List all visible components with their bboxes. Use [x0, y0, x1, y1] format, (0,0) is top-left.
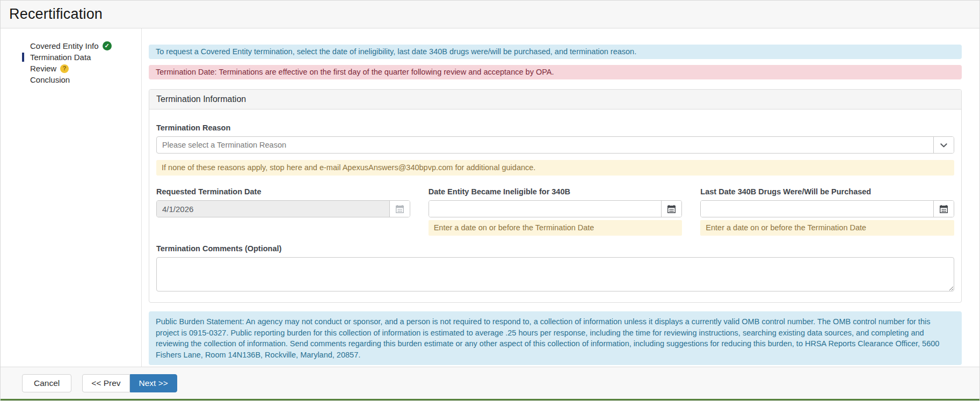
- sidebar-item-termination-data[interactable]: Termination Data: [1, 52, 141, 63]
- last-purchase-date-field: Last Date 340B Drugs Were/Will be Purcha…: [700, 187, 954, 236]
- last-purchase-date-input[interactable]: [701, 201, 933, 217]
- date-entity-ineligible-field: Date Entity Became Ineligible for 340B E…: [429, 187, 683, 236]
- footer-green-strip: [1, 399, 979, 400]
- termination-date-alert: Termination Date: Terminations are effec…: [149, 65, 962, 79]
- panel-body: Termination Reason Please select a Termi…: [149, 110, 961, 302]
- question-circle-icon: ?: [60, 64, 69, 73]
- panel-title: Termination Information: [149, 90, 961, 110]
- page-header: Recertification: [1, 1, 979, 28]
- reason-guidance-note: If none of these reasons apply, stop her…: [156, 160, 954, 176]
- sidebar-item-label: Conclusion: [30, 75, 70, 85]
- requested-termination-date-field: Requested Termination Date: [156, 187, 410, 236]
- wizard-steps-sidebar: Covered Entity Info ✓ Termination Data R…: [1, 28, 142, 367]
- date-entity-ineligible-label: Date Entity Became Ineligible for 340B: [429, 187, 683, 196]
- info-alert: To request a Covered Entity termination,…: [149, 45, 962, 59]
- check-circle-icon: ✓: [103, 41, 112, 50]
- calendar-icon[interactable]: [933, 201, 954, 217]
- chevron-down-icon[interactable]: [933, 137, 954, 153]
- public-burden-statement: Public Burden Statement: An agency may n…: [149, 311, 962, 365]
- sidebar-item-covered-entity-info[interactable]: Covered Entity Info ✓: [1, 40, 141, 52]
- main-content: To request a Covered Entity termination,…: [142, 28, 979, 367]
- recertification-page: Recertification Covered Entity Info ✓ Te…: [0, 0, 980, 401]
- last-purchase-date-note: Enter a date on or before the Terminatio…: [700, 220, 954, 236]
- page-title: Recertification: [9, 6, 103, 23]
- sidebar-item-review[interactable]: Review ?: [1, 63, 141, 74]
- sidebar-item-label: Termination Data: [30, 52, 91, 62]
- termination-information-panel: Termination Information Termination Reas…: [149, 89, 962, 303]
- calendar-icon[interactable]: [661, 201, 681, 217]
- sidebar-item-label: Review: [30, 63, 56, 74]
- prev-next-button-group: << Prev Next >>: [82, 374, 177, 392]
- sidebar-item-label: Covered Entity Info: [30, 41, 99, 51]
- termination-reason-placeholder: Please select a Termination Reason: [157, 137, 933, 153]
- requested-termination-date-group: [156, 200, 410, 217]
- termination-comments-textarea[interactable]: [156, 257, 954, 291]
- date-entity-ineligible-input[interactable]: [429, 201, 662, 217]
- date-fields-row: Requested Termination Date Date Entity B…: [156, 187, 954, 236]
- termination-comments-block: Termination Comments (Optional): [156, 244, 954, 294]
- last-purchase-date-label: Last Date 340B Drugs Were/Will be Purcha…: [700, 187, 954, 196]
- page-body: Covered Entity Info ✓ Termination Data R…: [1, 28, 979, 367]
- date-entity-ineligible-note: Enter a date on or before the Terminatio…: [429, 220, 683, 236]
- termination-reason-label: Termination Reason: [156, 123, 954, 132]
- sidebar-item-conclusion[interactable]: Conclusion: [1, 74, 141, 85]
- cancel-button[interactable]: Cancel: [22, 374, 71, 392]
- requested-termination-date-input: [157, 201, 389, 217]
- next-button[interactable]: Next >>: [130, 374, 177, 392]
- footer-action-bar: Cancel << Prev Next >>: [1, 367, 979, 399]
- requested-termination-date-label: Requested Termination Date: [156, 187, 410, 196]
- prev-button[interactable]: << Prev: [82, 374, 129, 392]
- date-entity-ineligible-group: [429, 200, 683, 217]
- last-purchase-date-group: [700, 200, 954, 217]
- termination-reason-select[interactable]: Please select a Termination Reason: [156, 136, 954, 154]
- calendar-icon: [389, 201, 410, 217]
- termination-comments-label: Termination Comments (Optional): [156, 244, 954, 253]
